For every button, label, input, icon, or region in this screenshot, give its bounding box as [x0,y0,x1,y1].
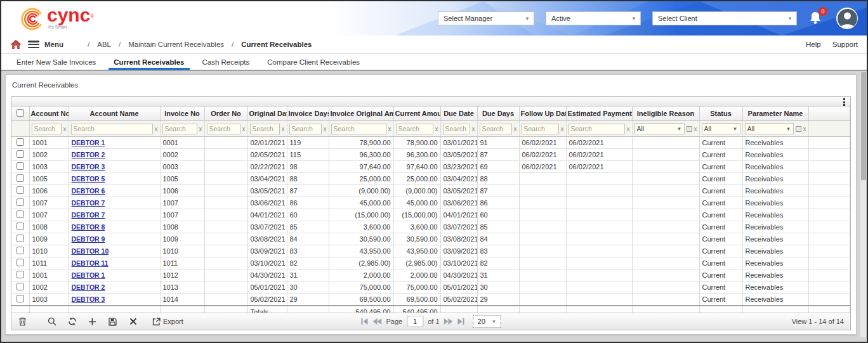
search-input-invoice-original-amount[interactable] [331,124,386,134]
page-number-input[interactable] [407,316,423,327]
clear-filter-icon[interactable]: x [472,126,475,133]
table-row[interactable]: 1002DEBTOR 2101305/01/20213075,000.0075,… [11,282,850,294]
table-row[interactable]: 1001DEBTOR 1000102/01/202111978,900.0078… [11,137,850,149]
column-header-estimated-payment-date[interactable]: Estimated Payment Date [566,107,632,121]
row-checkbox[interactable] [16,174,24,182]
row-checkbox[interactable] [16,198,24,206]
clear-filter-icon[interactable]: x [627,126,630,133]
column-header-invoice-no[interactable]: Invoice No [160,107,204,121]
clear-filter-icon[interactable]: x [324,126,327,133]
column-header-invoice-original-amount[interactable]: Invoice Original Amount [329,107,393,121]
row-checkbox[interactable] [16,259,24,266]
breadcrumb-item[interactable]: Current Receivables [241,41,312,48]
table-row[interactable]: 1007DEBTOR 7100704/01/202160(15,000.00)(… [11,209,850,221]
row-checkbox[interactable] [16,138,24,146]
search-input-invoice-no[interactable] [162,124,197,134]
breadcrumb-menu[interactable]: Menu [44,41,63,48]
column-header-current-amount[interactable]: Current Amount [393,107,440,121]
search-input-estimated-payment-date[interactable] [569,124,625,134]
row-checkbox[interactable] [16,295,24,302]
page-size-select[interactable]: 20 [474,316,501,327]
column-header-invoice-days[interactable]: Invoice Days [287,107,329,121]
filter-select-ineligible-reason[interactable]: All [635,124,684,134]
last-page-icon[interactable] [457,318,465,325]
tab-enter-new-sale-invoices[interactable]: Enter New Sale Invoices [8,54,105,70]
tab-compare-client-receivables[interactable]: Compare Client Receivables [258,54,369,70]
next-page-icon[interactable] [444,318,453,325]
filter-options-icon[interactable] [796,126,801,132]
tab-cash-receipts[interactable]: Cash Receipts [194,54,259,70]
scrollbar-thumb[interactable] [861,72,866,180]
column-header-original-date[interactable]: Original Date [247,107,287,121]
table-row[interactable]: 1001DEBTOR 1101204/30/2021312,000.002,00… [11,269,850,282]
column-header-parameter-name[interactable]: Parameter Name [742,107,808,121]
column-menu-icon[interactable] [840,98,848,106]
search-input-account-no[interactable] [32,124,62,134]
table-row[interactable]: 1006DEBTOR 6100603/05/202187(9,000.00)(9… [11,185,850,197]
cancel-icon[interactable] [128,317,138,327]
column-header-account-name[interactable]: Account Name [69,107,160,121]
account-name-link[interactable]: DEBTOR 11 [72,259,109,267]
account-name-link[interactable]: DEBTOR 2 [72,283,105,291]
search-input-due-date[interactable] [443,124,470,134]
account-name-link[interactable]: DEBTOR 2 [72,151,105,159]
row-checkbox[interactable] [16,150,24,158]
search-input-account-name[interactable] [71,124,153,134]
clear-filter-icon[interactable]: x [803,126,806,133]
row-checkbox[interactable] [16,283,24,290]
search-input-follow-up-date[interactable] [522,124,559,134]
account-name-link[interactable]: DEBTOR 1 [72,271,105,279]
search-input-original-date[interactable] [250,124,280,134]
column-header-due-date[interactable]: Due Date [440,107,477,121]
search-input-invoice-days[interactable] [289,124,322,134]
tab-current-receivables[interactable]: Current Receivables [105,54,193,70]
clear-filter-icon[interactable]: x [694,126,697,133]
account-name-link[interactable]: DEBTOR 1 [72,139,105,146]
column-header-status[interactable]: Status [699,107,742,121]
clear-filter-icon[interactable]: x [199,126,202,133]
clear-filter-icon[interactable]: x [435,126,438,133]
account-name-link[interactable]: DEBTOR 5 [72,175,105,183]
row-checkbox[interactable] [16,162,24,170]
clear-filter-icon[interactable]: x [63,126,67,133]
prev-page-icon[interactable] [372,318,381,325]
account-name-link[interactable]: DEBTOR 6 [72,187,105,195]
add-icon[interactable] [88,317,97,327]
row-checkbox[interactable] [16,235,24,242]
save-icon[interactable] [108,317,117,327]
account-name-link[interactable]: DEBTOR 3 [72,163,105,171]
delete-icon[interactable] [18,317,27,327]
column-header-follow-up-date[interactable]: Follow Up Date [519,107,566,121]
table-row[interactable]: 1008DEBTOR 8100803/07/2021853,600.003,60… [11,221,850,233]
search-input-order-no[interactable] [207,124,240,134]
row-checkbox[interactable] [16,247,24,254]
vertical-scrollbar[interactable] [860,72,866,337]
support-link[interactable]: Support [832,41,858,48]
menu-hamburger-icon[interactable] [28,41,39,48]
select-client[interactable]: Select Client [653,12,796,25]
account-name-link[interactable]: DEBTOR 8 [72,223,105,231]
select-active-status[interactable]: Active [546,12,640,25]
account-name-link[interactable]: DEBTOR 9 [72,235,105,243]
table-row[interactable]: 1003DEBTOR 3101405/02/20212969,500.0069,… [11,294,850,306]
search-input-current-amount[interactable] [396,124,433,134]
clear-filter-icon[interactable]: x [388,126,391,133]
table-row[interactable]: 1005DEBTOR 5100503/04/20218825,000.0025,… [11,173,850,185]
clear-filter-icon[interactable]: x [561,126,564,133]
table-row[interactable]: 1010DEBTOR 10101003/09/20218343,950.0043… [11,245,850,257]
column-header-order-no[interactable]: Order No [204,107,247,121]
filter-select-parameter-name[interactable]: All [746,124,793,134]
table-row[interactable]: 1002DEBTOR 2000202/05/202111596,300.0096… [11,149,850,161]
notifications-button[interactable]: 0 [808,10,825,27]
clear-filter-icon[interactable]: x [242,126,246,133]
row-checkbox[interactable] [16,271,24,278]
account-name-link[interactable]: DEBTOR 7 [72,211,105,219]
user-avatar[interactable] [836,8,858,29]
account-name-link[interactable]: DEBTOR 7 [72,199,105,207]
first-page-icon[interactable] [360,318,368,325]
column-header-due-days[interactable]: Due Days [477,107,519,121]
search-icon[interactable] [47,317,56,327]
row-checkbox[interactable] [16,210,24,218]
refresh-icon[interactable] [67,317,77,327]
breadcrumb-item[interactable]: Maintain Current Receivables [128,41,224,48]
